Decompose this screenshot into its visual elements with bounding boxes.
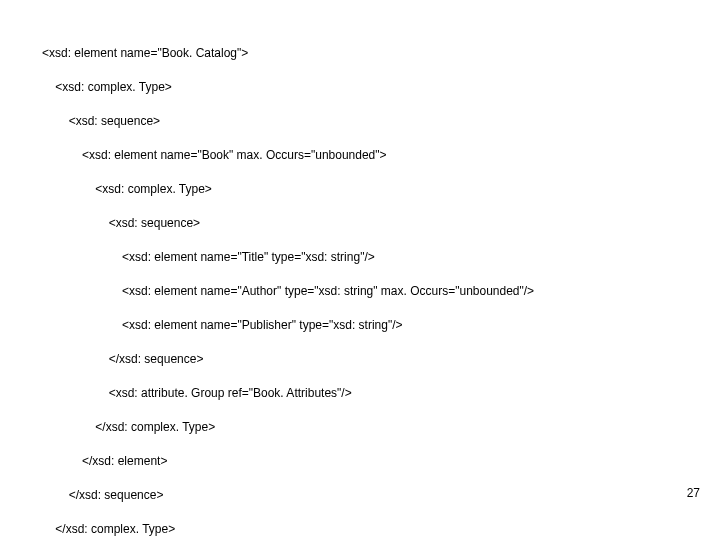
page-number: 27 bbox=[687, 486, 700, 500]
code-line: <xsd: sequence> bbox=[42, 113, 534, 130]
code-block: <xsd: element name="Book. Catalog"> <xsd… bbox=[42, 28, 534, 540]
code-line: <xsd: element name="Author" type="xsd: s… bbox=[42, 283, 534, 300]
code-line: <xsd: complex. Type> bbox=[42, 181, 534, 198]
code-line: <xsd: element name="Book" max. Occurs="u… bbox=[42, 147, 534, 164]
code-line: <xsd: attribute. Group ref="Book. Attrib… bbox=[42, 385, 534, 402]
code-line: <xsd: sequence> bbox=[42, 215, 534, 232]
code-line: </xsd: complex. Type> bbox=[42, 521, 534, 538]
code-line: </xsd: element> bbox=[42, 453, 534, 470]
code-line: </xsd: sequence> bbox=[42, 487, 534, 504]
code-line: <xsd: complex. Type> bbox=[42, 79, 534, 96]
code-line: <xsd: element name="Publisher" type="xsd… bbox=[42, 317, 534, 334]
code-line: </xsd: complex. Type> bbox=[42, 419, 534, 436]
code-line: <xsd: element name="Title" type="xsd: st… bbox=[42, 249, 534, 266]
code-line: </xsd: sequence> bbox=[42, 351, 534, 368]
code-line: <xsd: element name="Book. Catalog"> bbox=[42, 45, 534, 62]
